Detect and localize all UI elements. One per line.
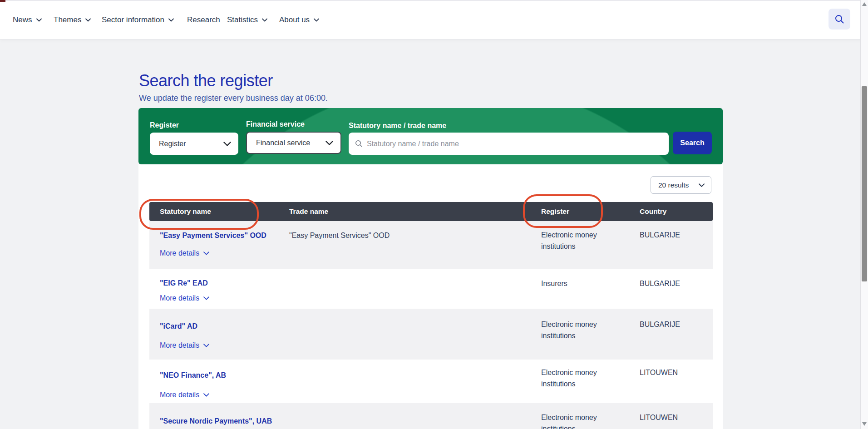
- search-toggle-button[interactable]: [829, 9, 850, 30]
- nav-item-research[interactable]: Research: [187, 1, 220, 39]
- nav-item-statistics[interactable]: Statistics: [227, 1, 267, 39]
- chevron-down-icon: [326, 141, 333, 145]
- results-table: Statutory name Trade name Register Count…: [149, 202, 713, 429]
- chevron-down-icon: [203, 251, 209, 255]
- trade-name-cell: "Easy Payment Services" OOD: [289, 230, 516, 241]
- register-cell: Electronic money institutions: [541, 229, 630, 252]
- country-cell: BULGARIJE: [640, 278, 708, 289]
- nav-item-label: Statistics: [227, 15, 258, 25]
- financial-service-select-value: Financial service: [256, 139, 310, 147]
- filter-panel: Register Financial service Statutory nam…: [138, 108, 723, 164]
- results-count-value: 20 results: [658, 181, 689, 189]
- country-cell: LITOUWEN: [640, 367, 708, 378]
- register-filter-label: Register: [150, 121, 179, 129]
- nav-item-label: News: [13, 15, 32, 25]
- more-details-link[interactable]: More details: [160, 341, 209, 350]
- annotation-oval-statutory-name-header: [139, 199, 259, 230]
- vertical-scrollbar[interactable]: [860, 0, 868, 429]
- chevron-down-icon: [314, 18, 319, 22]
- nav-item-label: Sector information: [102, 15, 164, 25]
- scrollbar-thumb[interactable]: [862, 86, 867, 281]
- nav-item-label: Research: [187, 15, 220, 25]
- country-cell: LITOUWEN: [640, 412, 708, 423]
- search-icon: [834, 14, 844, 24]
- chevron-down-icon: [699, 183, 705, 187]
- statutory-name-link[interactable]: "NEO Finance", AB: [160, 370, 287, 380]
- results-count-select[interactable]: 20 results: [651, 176, 711, 194]
- register-cell: Insurers: [541, 278, 630, 289]
- more-details-link[interactable]: More details: [160, 391, 209, 399]
- more-details-link[interactable]: More details: [160, 249, 209, 257]
- register-cell: Electronic money institutions: [541, 412, 630, 429]
- register-select[interactable]: Register: [150, 133, 238, 155]
- scroll-down-arrow[interactable]: [862, 422, 867, 426]
- table-row: "Secure Nordic Payments", UAB More detai…: [149, 403, 713, 429]
- financial-service-select[interactable]: Financial service: [246, 132, 341, 154]
- chevron-down-icon: [223, 142, 231, 146]
- chevron-down-icon: [203, 296, 209, 300]
- statutory-trade-name-input[interactable]: [349, 133, 669, 155]
- register-select-value: Register: [159, 140, 186, 148]
- country-cell: BULGARIJE: [640, 319, 708, 330]
- table-header-trade-name: Trade name: [289, 202, 328, 221]
- page-title: Search the register: [139, 71, 273, 91]
- statutory-name-link[interactable]: "Secure Nordic Payments", UAB: [160, 416, 287, 426]
- top-navigation: News Themes Sector information Research …: [0, 1, 868, 39]
- chevron-down-icon: [168, 18, 174, 22]
- table-row: "NEO Finance", AB More details Electroni…: [149, 360, 713, 403]
- table-header-country: Country: [640, 202, 666, 221]
- screenshot-corner-artifact: [0, 0, 5, 2]
- chevron-down-icon: [203, 344, 209, 347]
- chevron-down-icon: [36, 18, 42, 22]
- statutory-name-link[interactable]: "Easy Payment Services" OOD: [160, 231, 287, 240]
- nav-item-news[interactable]: News: [13, 1, 42, 39]
- nav-item-themes[interactable]: Themes: [54, 1, 91, 39]
- nav-item-label: About us: [279, 15, 310, 25]
- table-row: "iCard" AD More details Electronic money…: [149, 309, 713, 360]
- nav-item-about-us[interactable]: About us: [279, 1, 319, 39]
- annotation-oval-register-header: [523, 194, 603, 228]
- register-cell: Electronic money institutions: [541, 319, 630, 341]
- country-cell: BULGARIJE: [640, 229, 708, 241]
- page-subtitle: We update the register every business da…: [139, 93, 328, 104]
- nav-item-sector-information[interactable]: Sector information: [102, 1, 174, 39]
- chevron-down-icon: [203, 393, 209, 397]
- register-cell: Electronic money institutions: [541, 367, 630, 390]
- more-details-link[interactable]: More details: [160, 294, 209, 302]
- statutory-name-link[interactable]: "iCard" AD: [160, 321, 287, 331]
- statutory-name-link[interactable]: "EIG Re" EAD: [160, 278, 287, 288]
- name-search-label: Statutory name / trade name: [349, 122, 446, 130]
- search-icon: [355, 140, 363, 149]
- chevron-down-icon: [262, 18, 267, 22]
- register-search-page: News Themes Sector information Research …: [0, 0, 868, 429]
- table-row: "EIG Re" EAD More details Insurers BULGA…: [149, 269, 713, 309]
- chevron-down-icon: [85, 18, 91, 22]
- scroll-up-arrow[interactable]: [862, 2, 867, 6]
- nav-item-label: Themes: [54, 15, 81, 25]
- financial-service-filter-label: Financial service: [246, 120, 305, 128]
- search-submit-button[interactable]: Search: [673, 132, 712, 154]
